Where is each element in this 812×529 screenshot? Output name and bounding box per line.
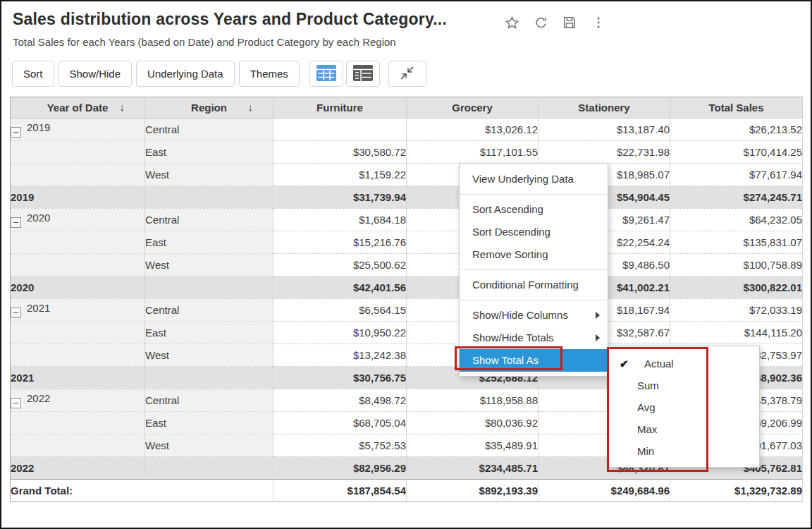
- cell-year[interactable]: [11, 141, 145, 164]
- cell-furniture[interactable]: $30,580.72: [273, 141, 407, 164]
- cell-furniture[interactable]: $82,956.29: [273, 457, 407, 480]
- cell-year[interactable]: [11, 434, 145, 457]
- menu-item-show-total-as[interactable]: Show Total As: [460, 349, 608, 372]
- menu-item-sort-descending[interactable]: Sort Descending: [460, 221, 608, 243]
- cell-region[interactable]: East: [145, 231, 273, 254]
- cell-furniture[interactable]: $68,705.04: [273, 412, 407, 434]
- cell-furniture[interactable]: $187,854.54: [273, 480, 407, 502]
- cell-furniture[interactable]: $15,216.76: [273, 231, 407, 254]
- sort-button[interactable]: Sort: [12, 61, 54, 87]
- cell-region[interactable]: [145, 367, 273, 389]
- underlying-data-button[interactable]: Underlying Data: [136, 61, 235, 87]
- table-dark-view-button[interactable]: [346, 61, 380, 87]
- menu-item-show-hide-columns[interactable]: Show/Hide Columns: [460, 304, 608, 327]
- cell-furniture[interactable]: $42,401.56: [273, 276, 407, 299]
- cell-furniture[interactable]: $1,684.18: [273, 209, 407, 231]
- cell-total[interactable]: $170,414.25: [670, 141, 803, 164]
- cell-year[interactable]: [11, 164, 145, 186]
- menu-item-remove-sorting[interactable]: Remove Sorting: [460, 243, 608, 266]
- submenu-item-actual[interactable]: ✔Actual: [609, 353, 759, 375]
- cell-region[interactable]: [145, 276, 273, 299]
- cell-region[interactable]: West: [145, 254, 273, 276]
- submenu-item-sum[interactable]: Sum: [609, 375, 759, 396]
- cell-year[interactable]: [11, 412, 145, 434]
- cell-region[interactable]: East: [145, 412, 273, 434]
- column-header-grocery[interactable]: Grocery: [407, 97, 539, 118]
- cell-total[interactable]: $77,617.94: [670, 164, 803, 186]
- cell-year[interactable]: 2020: [11, 209, 145, 231]
- table-view-button[interactable]: [309, 61, 343, 87]
- cell-total[interactable]: $1,329,732.89: [670, 480, 803, 502]
- cell-furniture[interactable]: $31,739.94: [273, 186, 407, 209]
- cell-region[interactable]: Central: [145, 118, 273, 141]
- menu-item-sort-ascending[interactable]: Sort Ascending: [460, 198, 608, 221]
- cell-grocery[interactable]: $234,485.71: [407, 457, 539, 480]
- cell-total[interactable]: $26,213.52: [670, 118, 803, 141]
- cell-region[interactable]: East: [145, 141, 273, 164]
- cell-furniture[interactable]: $10,950.22: [273, 322, 407, 344]
- column-header-year-of-date[interactable]: Year of Date↓: [11, 97, 145, 118]
- cell-furniture[interactable]: $30,756.75: [273, 367, 407, 389]
- refresh-icon[interactable]: [532, 14, 549, 31]
- cell-grocery[interactable]: $892,193.39: [407, 480, 539, 502]
- cell-year[interactable]: 2021: [11, 367, 145, 389]
- cell-year[interactable]: Grand Total:: [11, 480, 273, 502]
- submenu-item-max[interactable]: Max: [609, 418, 759, 440]
- save-icon[interactable]: [561, 14, 578, 31]
- cell-region[interactable]: Central: [145, 209, 273, 231]
- cell-region[interactable]: [145, 457, 273, 480]
- cell-total[interactable]: $64,232.05: [670, 209, 803, 231]
- cell-region[interactable]: West: [145, 434, 273, 457]
- submenu-item-min[interactable]: Min: [609, 440, 759, 462]
- menu-item-show-hide-totals[interactable]: Show/Hide Totals: [460, 327, 608, 349]
- cell-total[interactable]: $144,115.20: [670, 322, 803, 344]
- collapse-minus-icon[interactable]: [11, 398, 21, 408]
- cell-grocery[interactable]: $117,101.55: [407, 141, 539, 164]
- menu-item-conditional-formatting[interactable]: Conditional Formatting: [460, 274, 608, 296]
- collapse-view-button[interactable]: [388, 61, 426, 87]
- cell-stationery[interactable]: $249,684.96: [539, 480, 670, 502]
- cell-region[interactable]: Central: [145, 389, 273, 412]
- more-options-icon[interactable]: [590, 14, 607, 31]
- cell-region[interactable]: East: [145, 322, 273, 344]
- favorite-star-icon[interactable]: [503, 14, 520, 31]
- cell-total[interactable]: $100,758.89: [670, 254, 803, 276]
- cell-region[interactable]: West: [145, 164, 273, 186]
- column-header-region[interactable]: Region↓: [145, 97, 273, 118]
- cell-year[interactable]: 2019: [11, 186, 145, 209]
- cell-total[interactable]: $300,822.01: [670, 276, 803, 299]
- cell-year[interactable]: [11, 231, 145, 254]
- menu-item-view-underlying-data[interactable]: View Underlying Data: [460, 168, 608, 190]
- column-header-total-sales[interactable]: Total Sales: [670, 97, 803, 118]
- cell-furniture[interactable]: $25,500.62: [273, 254, 407, 276]
- cell-furniture[interactable]: $6,564.15: [273, 299, 407, 322]
- cell-furniture[interactable]: $8,498.72: [273, 389, 407, 412]
- cell-grocery[interactable]: $35,489.91: [407, 434, 539, 457]
- cell-year[interactable]: [11, 322, 145, 344]
- cell-year[interactable]: [11, 344, 145, 367]
- sort-descending-arrow-icon[interactable]: ↓: [248, 101, 254, 113]
- cell-region[interactable]: Central: [145, 299, 273, 322]
- cell-region[interactable]: [145, 186, 273, 209]
- cell-grocery[interactable]: $118,958.88: [407, 389, 539, 412]
- cell-grocery[interactable]: $13,026.12: [407, 118, 539, 141]
- cell-year[interactable]: 2022: [11, 389, 145, 412]
- cell-furniture[interactable]: $13,242.38: [273, 344, 407, 367]
- cell-year[interactable]: 2022: [11, 457, 145, 480]
- cell-year[interactable]: 2021: [11, 299, 145, 322]
- collapse-minus-icon[interactable]: [11, 217, 21, 228]
- themes-button[interactable]: Themes: [239, 61, 300, 87]
- cell-region[interactable]: West: [145, 344, 273, 367]
- collapse-minus-icon[interactable]: [11, 308, 21, 318]
- submenu-item-avg[interactable]: Avg: [609, 396, 759, 418]
- cell-total[interactable]: $274,245.71: [670, 186, 803, 209]
- cell-year[interactable]: 2019: [11, 118, 145, 141]
- cell-furniture[interactable]: $1,159.22: [273, 164, 407, 186]
- sort-descending-arrow-icon[interactable]: ↓: [120, 101, 125, 113]
- cell-year[interactable]: [11, 254, 145, 276]
- cell-furniture[interactable]: $5,752.53: [273, 434, 407, 457]
- collapse-minus-icon[interactable]: [11, 127, 21, 138]
- show-hide-button[interactable]: Show/Hide: [59, 61, 133, 87]
- cell-stationery[interactable]: $13,187.40: [539, 118, 670, 141]
- cell-furniture[interactable]: [273, 118, 407, 141]
